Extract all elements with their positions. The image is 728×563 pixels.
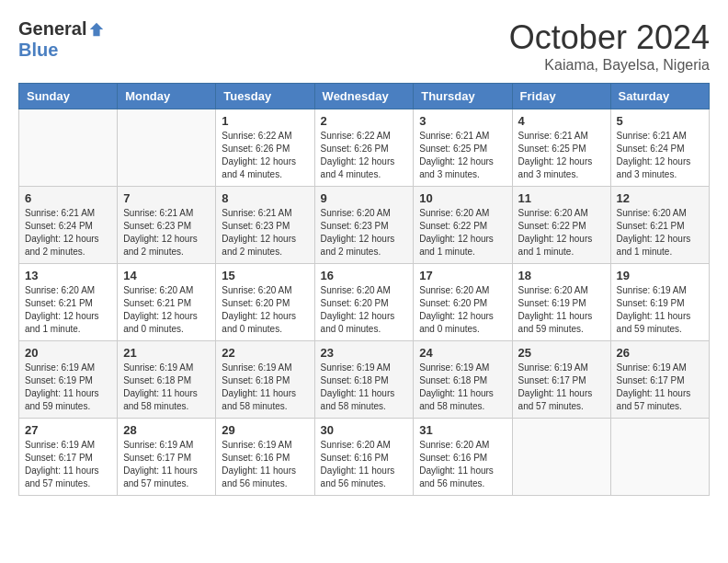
calendar-cell: 27Sunrise: 6:19 AM Sunset: 6:17 PM Dayli… xyxy=(19,419,118,496)
calendar-cell: 13Sunrise: 6:20 AM Sunset: 6:21 PM Dayli… xyxy=(19,264,118,341)
calendar-table: SundayMondayTuesdayWednesdayThursdayFrid… xyxy=(18,83,710,496)
month-title: October 2024 xyxy=(509,18,710,57)
day-number: 1 xyxy=(222,114,308,128)
calendar-cell xyxy=(118,109,216,187)
day-number: 9 xyxy=(321,191,408,205)
day-number: 21 xyxy=(123,346,210,360)
calendar-body: 1Sunrise: 6:22 AM Sunset: 6:26 PM Daylig… xyxy=(19,109,710,496)
page-header: General Blue October 2024 Kaiama, Bayels… xyxy=(18,18,710,74)
day-info: Sunrise: 6:19 AM Sunset: 6:16 PM Dayligh… xyxy=(222,439,308,490)
day-number: 3 xyxy=(419,114,506,128)
day-info: Sunrise: 6:20 AM Sunset: 6:16 PM Dayligh… xyxy=(419,439,506,490)
calendar-cell: 28Sunrise: 6:19 AM Sunset: 6:17 PM Dayli… xyxy=(118,419,216,496)
day-number: 7 xyxy=(123,191,210,205)
day-number: 11 xyxy=(518,191,605,205)
calendar-cell: 10Sunrise: 6:20 AM Sunset: 6:22 PM Dayli… xyxy=(414,187,512,264)
day-info: Sunrise: 6:19 AM Sunset: 6:18 PM Dayligh… xyxy=(321,362,408,413)
calendar-cell: 18Sunrise: 6:20 AM Sunset: 6:19 PM Dayli… xyxy=(512,264,610,341)
calendar-cell: 31Sunrise: 6:20 AM Sunset: 6:16 PM Dayli… xyxy=(414,419,512,496)
day-info: Sunrise: 6:19 AM Sunset: 6:17 PM Dayligh… xyxy=(518,362,605,413)
day-number: 17 xyxy=(419,269,506,282)
day-info: Sunrise: 6:21 AM Sunset: 6:25 PM Dayligh… xyxy=(419,130,506,181)
day-number: 15 xyxy=(222,269,308,282)
day-number: 23 xyxy=(321,346,408,360)
day-number: 12 xyxy=(617,191,703,205)
svg-marker-0 xyxy=(90,22,103,35)
calendar-cell: 30Sunrise: 6:20 AM Sunset: 6:16 PM Dayli… xyxy=(314,419,414,496)
day-number: 24 xyxy=(419,346,506,360)
calendar-week-2: 6Sunrise: 6:21 AM Sunset: 6:24 PM Daylig… xyxy=(19,187,710,264)
day-info: Sunrise: 6:21 AM Sunset: 6:23 PM Dayligh… xyxy=(123,207,210,259)
calendar-cell: 14Sunrise: 6:20 AM Sunset: 6:21 PM Dayli… xyxy=(118,264,216,341)
day-info: Sunrise: 6:21 AM Sunset: 6:24 PM Dayligh… xyxy=(617,130,703,181)
day-info: Sunrise: 6:22 AM Sunset: 6:26 PM Dayligh… xyxy=(321,130,408,181)
calendar-cell: 9Sunrise: 6:20 AM Sunset: 6:23 PM Daylig… xyxy=(314,187,414,264)
day-number: 6 xyxy=(25,191,111,205)
day-number: 4 xyxy=(518,114,605,128)
day-number: 27 xyxy=(25,423,111,437)
calendar-cell xyxy=(19,109,118,187)
calendar-cell xyxy=(610,419,709,496)
day-number: 25 xyxy=(518,346,605,360)
day-info: Sunrise: 6:20 AM Sunset: 6:20 PM Dayligh… xyxy=(321,284,408,336)
calendar-cell: 17Sunrise: 6:20 AM Sunset: 6:20 PM Dayli… xyxy=(414,264,512,341)
header-row: SundayMondayTuesdayWednesdayThursdayFrid… xyxy=(19,84,710,109)
day-number: 30 xyxy=(321,423,408,437)
header-day-sunday: Sunday xyxy=(19,84,118,109)
header-day-friday: Friday xyxy=(512,84,610,109)
calendar-week-1: 1Sunrise: 6:22 AM Sunset: 6:26 PM Daylig… xyxy=(19,109,710,187)
calendar-cell: 19Sunrise: 6:19 AM Sunset: 6:19 PM Dayli… xyxy=(610,264,709,341)
logo-general-text: General xyxy=(18,18,86,40)
day-info: Sunrise: 6:20 AM Sunset: 6:20 PM Dayligh… xyxy=(222,284,308,336)
day-info: Sunrise: 6:21 AM Sunset: 6:24 PM Dayligh… xyxy=(25,207,111,259)
logo-blue-text: Blue xyxy=(18,40,58,60)
calendar-cell: 1Sunrise: 6:22 AM Sunset: 6:26 PM Daylig… xyxy=(216,109,314,187)
day-info: Sunrise: 6:20 AM Sunset: 6:22 PM Dayligh… xyxy=(518,207,605,259)
logo-icon xyxy=(88,21,105,38)
calendar-week-3: 13Sunrise: 6:20 AM Sunset: 6:21 PM Dayli… xyxy=(19,264,710,341)
calendar-cell: 11Sunrise: 6:20 AM Sunset: 6:22 PM Dayli… xyxy=(512,187,610,264)
day-info: Sunrise: 6:22 AM Sunset: 6:26 PM Dayligh… xyxy=(222,130,308,181)
day-number: 13 xyxy=(25,269,111,282)
calendar-cell: 16Sunrise: 6:20 AM Sunset: 6:20 PM Dayli… xyxy=(314,264,414,341)
day-number: 20 xyxy=(25,346,111,360)
day-info: Sunrise: 6:20 AM Sunset: 6:22 PM Dayligh… xyxy=(419,207,506,259)
calendar-cell: 26Sunrise: 6:19 AM Sunset: 6:17 PM Dayli… xyxy=(610,341,709,419)
header-day-thursday: Thursday xyxy=(414,84,512,109)
day-number: 10 xyxy=(419,191,506,205)
calendar-cell: 8Sunrise: 6:21 AM Sunset: 6:23 PM Daylig… xyxy=(216,187,314,264)
calendar-cell: 24Sunrise: 6:19 AM Sunset: 6:18 PM Dayli… xyxy=(414,341,512,419)
day-info: Sunrise: 6:20 AM Sunset: 6:16 PM Dayligh… xyxy=(321,439,408,490)
calendar-cell: 6Sunrise: 6:21 AM Sunset: 6:24 PM Daylig… xyxy=(19,187,118,264)
day-info: Sunrise: 6:19 AM Sunset: 6:17 PM Dayligh… xyxy=(25,439,111,490)
logo: General Blue xyxy=(18,18,105,61)
day-number: 22 xyxy=(222,346,308,360)
day-info: Sunrise: 6:19 AM Sunset: 6:18 PM Dayligh… xyxy=(123,362,210,413)
calendar-cell: 25Sunrise: 6:19 AM Sunset: 6:17 PM Dayli… xyxy=(512,341,610,419)
calendar-cell: 2Sunrise: 6:22 AM Sunset: 6:26 PM Daylig… xyxy=(314,109,414,187)
day-info: Sunrise: 6:20 AM Sunset: 6:21 PM Dayligh… xyxy=(25,284,111,336)
calendar-cell: 15Sunrise: 6:20 AM Sunset: 6:20 PM Dayli… xyxy=(216,264,314,341)
header-day-tuesday: Tuesday xyxy=(216,84,314,109)
header-day-saturday: Saturday xyxy=(610,84,709,109)
calendar-cell: 7Sunrise: 6:21 AM Sunset: 6:23 PM Daylig… xyxy=(118,187,216,264)
location: Kaiama, Bayelsa, Nigeria xyxy=(509,57,710,74)
day-info: Sunrise: 6:19 AM Sunset: 6:19 PM Dayligh… xyxy=(25,362,111,413)
calendar-cell: 22Sunrise: 6:19 AM Sunset: 6:18 PM Dayli… xyxy=(216,341,314,419)
day-number: 29 xyxy=(222,423,308,437)
day-number: 2 xyxy=(321,114,408,128)
calendar-header: SundayMondayTuesdayWednesdayThursdayFrid… xyxy=(19,84,710,109)
day-number: 31 xyxy=(419,423,506,437)
day-info: Sunrise: 6:21 AM Sunset: 6:23 PM Dayligh… xyxy=(222,207,308,259)
calendar-cell xyxy=(512,419,610,496)
calendar-cell: 4Sunrise: 6:21 AM Sunset: 6:25 PM Daylig… xyxy=(512,109,610,187)
day-number: 26 xyxy=(617,346,703,360)
calendar-cell: 21Sunrise: 6:19 AM Sunset: 6:18 PM Dayli… xyxy=(118,341,216,419)
day-info: Sunrise: 6:19 AM Sunset: 6:18 PM Dayligh… xyxy=(419,362,506,413)
day-number: 14 xyxy=(123,269,210,282)
day-info: Sunrise: 6:20 AM Sunset: 6:21 PM Dayligh… xyxy=(617,207,703,259)
day-info: Sunrise: 6:20 AM Sunset: 6:23 PM Dayligh… xyxy=(321,207,408,259)
calendar-cell: 3Sunrise: 6:21 AM Sunset: 6:25 PM Daylig… xyxy=(414,109,512,187)
day-info: Sunrise: 6:19 AM Sunset: 6:19 PM Dayligh… xyxy=(617,284,703,336)
calendar-cell: 20Sunrise: 6:19 AM Sunset: 6:19 PM Dayli… xyxy=(19,341,118,419)
